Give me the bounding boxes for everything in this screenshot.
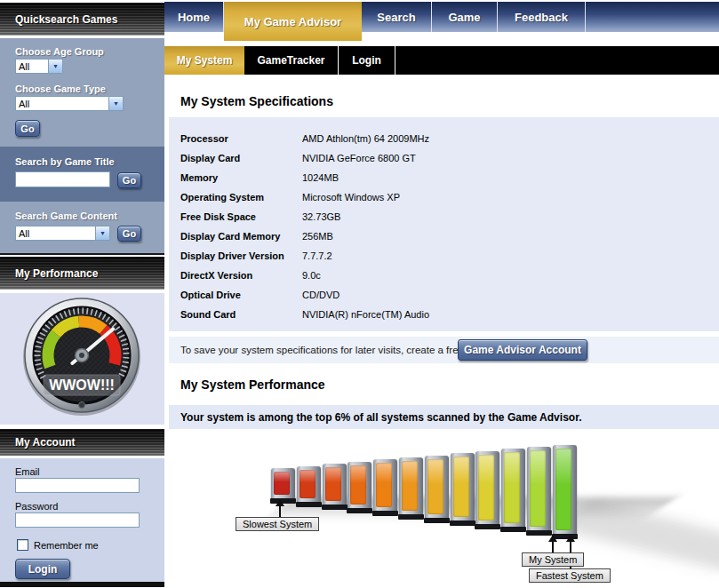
nav-tab-home[interactable]: Home (164, 2, 224, 32)
chart-bar-8 (451, 453, 475, 523)
chart-bar-3 (323, 464, 347, 507)
password-field[interactable] (15, 513, 140, 528)
spec-row: Memory1024MB (180, 168, 719, 187)
specs-title: My System Specifications (180, 94, 333, 108)
chart-bar-base (424, 518, 450, 523)
chart-bar-panel (530, 450, 546, 527)
chart-bar-9 (475, 451, 499, 527)
email-label: Email (15, 466, 40, 477)
chart-bar-12 (553, 445, 577, 536)
search-content-label: Search Game Content (15, 211, 117, 221)
main-nav: Home My Game Advisor Search Game Feedbac… (164, 2, 719, 32)
spec-value: 7.7.7.2 (302, 250, 332, 261)
spec-label: Operating System (180, 192, 302, 203)
subnav-tab-label: GameTracker (257, 54, 324, 67)
subnav-tab-label: Login (352, 54, 381, 67)
fastest-system-callout: Fastest System (529, 568, 611, 583)
chart-bar-panel (376, 463, 392, 507)
sidebar-bottom-bar (0, 582, 164, 587)
spec-label: Processor (180, 133, 302, 144)
chart-bar-7 (425, 456, 449, 520)
my-account-title: My Account (15, 436, 76, 449)
spec-value: 256MB (302, 231, 333, 242)
dropdown-arrow-icon: ▼ (95, 226, 109, 240)
chart-bar-base (296, 502, 322, 507)
spec-row: Sound CardNVIDIA(R) nForce(TM) Audio (180, 305, 719, 324)
chart-bar-panel (325, 467, 341, 501)
quicksearch-go-button[interactable]: Go (15, 120, 40, 137)
performance-banner-text: Your system is among the top 6% of all s… (180, 405, 581, 429)
spec-row: ProcessorAMD Athlon(tm) 64 2009MHz (180, 129, 719, 148)
spec-row: Display Card Memory256MB (180, 226, 719, 246)
spec-row: DirectX Version9.0c (180, 266, 719, 285)
chart-bar-panel (504, 452, 520, 523)
game-title-search-input[interactable] (15, 171, 110, 187)
spec-label: DirectX Version (180, 270, 302, 281)
my-account-header: My Account (0, 429, 164, 456)
spec-label: Sound Card (180, 309, 302, 320)
email-field[interactable] (15, 478, 140, 493)
age-group-select[interactable]: All ▼ (15, 59, 63, 74)
chart-bar-panel (274, 472, 290, 495)
game-type-select[interactable]: All ▼ (15, 96, 124, 111)
chart-bar-2 (297, 466, 321, 505)
performance-gauge-icon: WWOW!!! (20, 297, 144, 421)
chart-bar-base (500, 527, 526, 532)
login-button[interactable]: Login (15, 559, 70, 579)
subnav-tab-gametracker[interactable]: GameTracker (244, 46, 339, 75)
chart-bar-base (322, 505, 348, 510)
spec-label: Free Disk Space (180, 211, 302, 222)
age-group-label: Choose Age Group (15, 46, 104, 57)
my-account-panel: Email Password Remember me Login (0, 458, 164, 582)
nav-tab-feedback[interactable]: Feedback (498, 2, 586, 32)
chart-bar-panel (478, 455, 494, 520)
chart-bar-10 (501, 449, 525, 529)
nav-tab-my-game-advisor[interactable]: My Game Advisor (224, 2, 362, 41)
my-performance-header: My Performance (0, 257, 164, 290)
search-content-selected-value: All (16, 228, 95, 239)
game-type-label: Choose Game Type (15, 83, 106, 94)
spec-label: Display Card (180, 153, 302, 163)
gauge-reading-text: WWOW!!! (49, 377, 115, 393)
search-content-select[interactable]: All ▼ (15, 226, 110, 241)
spec-row: Display Driver Version7.7.7.2 (180, 246, 719, 266)
spec-value: AMD Athlon(tm) 64 2009MHz (302, 133, 429, 144)
remember-me-label: Remember me (34, 540, 99, 551)
nav-tab-label: Home (178, 11, 210, 24)
sub-nav: My System GameTracker Login (164, 46, 719, 75)
remember-me-checkbox[interactable] (17, 539, 28, 551)
nav-tab-label: Feedback (515, 11, 568, 24)
game-advisor-account-button[interactable]: Game Advisor Account (458, 339, 587, 361)
subnav-tab-login[interactable]: Login (339, 46, 395, 75)
spec-value: 32.73GB (302, 211, 340, 222)
specs-panel: ProcessorAMD Athlon(tm) 64 2009MHz Displ… (169, 117, 719, 331)
search-by-title-label: Search by Game Title (15, 156, 115, 167)
search-title-go-button[interactable]: Go (117, 172, 141, 188)
chart-bar-base (475, 524, 500, 529)
slowest-system-callout: Slowest System (236, 517, 319, 531)
spec-value: NVIDIA GeForce 6800 GT (302, 153, 416, 163)
chart-bar-base (398, 514, 424, 520)
spec-value: NVIDIA(R) nForce(TM) Audio (302, 309, 429, 320)
nav-tab-search[interactable]: Search (362, 2, 432, 32)
spec-label: Memory (180, 172, 302, 183)
chart-bar-panel (453, 457, 469, 517)
subnav-tab-label: My System (177, 54, 233, 67)
spec-label: Display Card Memory (180, 231, 302, 242)
nav-tab-game[interactable]: Game (432, 2, 498, 32)
spec-value: 1024MB (302, 172, 339, 183)
spec-value: 9.0c (302, 270, 321, 281)
chart-bar-4 (348, 462, 371, 511)
my-performance-title: My Performance (15, 267, 98, 280)
chart-bar-panel (555, 449, 571, 530)
arrow-stem (279, 505, 281, 517)
spec-row: Free Disk Space32.73GB (180, 207, 719, 226)
game-type-selected-value: All (16, 99, 108, 109)
subnav-tab-my-system[interactable]: My System (164, 46, 244, 75)
chart-bar-panel (427, 459, 443, 514)
nav-tab-label: Search (377, 11, 415, 24)
performance-gauge-panel: WWOW!!! (0, 293, 164, 425)
chart-bar-panel (300, 470, 316, 498)
search-content-go-button[interactable]: Go (117, 226, 141, 242)
arrow-stem (552, 541, 554, 552)
